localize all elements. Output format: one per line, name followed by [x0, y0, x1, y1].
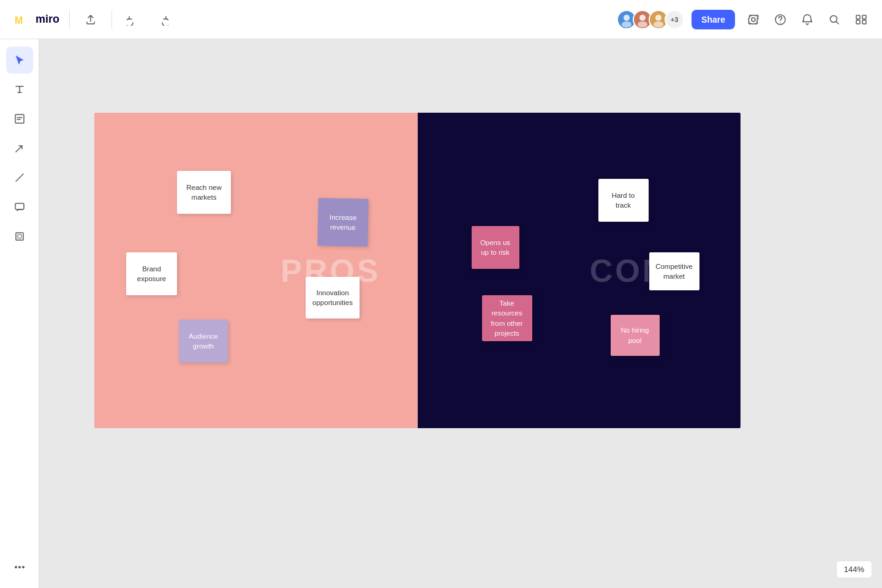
toolbar-divider	[69, 10, 70, 29]
svg-point-11	[780, 22, 781, 23]
svg-text:M: M	[15, 15, 23, 26]
sticky-take-resources[interactable]: Take resources from other projects	[482, 295, 532, 341]
tool-frame[interactable]	[6, 223, 33, 250]
canvas-area[interactable]: PROS Reach new markets Increase revenue …	[39, 39, 882, 588]
svg-point-9	[654, 21, 663, 28]
avatar-count: +3	[665, 10, 684, 29]
redo-button[interactable]	[151, 9, 173, 31]
svg-point-21	[15, 566, 17, 568]
text-tool-icon	[14, 84, 25, 95]
tool-text[interactable]	[6, 76, 33, 103]
left-sidebar	[0, 39, 39, 588]
sticky-reach-new-markets[interactable]: Reach new markets	[177, 171, 231, 214]
sticky-hard-to-track[interactable]: Hard to track	[598, 179, 649, 222]
toolbar-right: +3 Share	[617, 9, 872, 31]
svg-rect-18	[15, 203, 24, 209]
zoom-indicator: 144%	[836, 560, 872, 578]
share-button[interactable]: Share	[692, 10, 735, 29]
cons-section: CONS Hard to track Opens us up to risk C…	[418, 113, 741, 428]
settings-icon	[747, 13, 760, 26]
svg-rect-16	[862, 20, 866, 24]
miro-logo-text: miro	[36, 13, 59, 26]
bell-icon	[801, 13, 813, 26]
miro-icon: M	[13, 13, 27, 26]
undo-button[interactable]	[122, 9, 144, 31]
settings-button[interactable]	[742, 9, 764, 31]
tool-arrow[interactable]	[6, 135, 33, 162]
svg-rect-17	[15, 115, 24, 123]
comment-tool-icon	[14, 202, 25, 213]
search-icon	[828, 13, 840, 26]
tool-select[interactable]	[6, 47, 33, 74]
tool-sticky[interactable]	[6, 105, 33, 132]
sticky-brand-exposure[interactable]: Brand exposure	[126, 252, 177, 295]
board-menu-icon	[855, 13, 867, 26]
more-tools-icon	[14, 565, 25, 569]
pros-cons-board[interactable]: PROS Reach new markets Increase revenue …	[94, 113, 741, 428]
svg-point-8	[655, 15, 662, 21]
sticky-opens-us-up-to-risk[interactable]: Opens us up to risk	[472, 226, 519, 269]
svg-point-2	[624, 15, 630, 21]
pros-section: PROS Reach new markets Increase revenue …	[94, 113, 418, 428]
miro-logo[interactable]: M miro	[10, 9, 59, 30]
svg-rect-14	[862, 15, 866, 19]
svg-point-23	[22, 566, 24, 568]
svg-rect-20	[18, 235, 21, 238]
top-toolbar: M miro	[0, 0, 882, 39]
svg-point-6	[638, 21, 647, 28]
collaborators-avatars: +3	[617, 10, 684, 29]
svg-point-3	[622, 21, 631, 28]
svg-point-22	[18, 566, 21, 568]
board-menu-button[interactable]	[850, 9, 872, 31]
line-tool-icon	[14, 172, 25, 183]
tool-line[interactable]	[6, 164, 33, 191]
redo-icon	[156, 13, 168, 26]
svg-rect-15	[856, 20, 860, 24]
sticky-note-icon	[14, 113, 25, 124]
arrow-tool-icon	[14, 143, 25, 154]
sticky-increase-revenue[interactable]: Increase revenue	[317, 198, 368, 246]
upload-icon	[85, 13, 97, 26]
upload-button[interactable]	[80, 9, 102, 31]
sticky-audience-growth[interactable]: Audience growth	[179, 320, 228, 363]
svg-rect-13	[856, 15, 860, 19]
undo-icon	[127, 13, 139, 26]
svg-point-12	[831, 15, 837, 22]
sticky-competitive-market[interactable]: Competitive market	[649, 252, 699, 290]
toolbar-left: M miro	[10, 9, 173, 31]
help-icon	[774, 13, 786, 26]
svg-point-5	[639, 15, 646, 21]
sticky-no-hiring-pool[interactable]: No hiring pool	[611, 315, 660, 356]
svg-rect-19	[16, 233, 23, 240]
help-button[interactable]	[769, 9, 791, 31]
frame-tool-icon	[14, 231, 25, 242]
notifications-button[interactable]	[796, 9, 818, 31]
tool-comment[interactable]	[6, 194, 33, 221]
select-cursor-icon	[14, 55, 25, 66]
search-button[interactable]	[823, 9, 845, 31]
sticky-innovation-opportunities[interactable]: Innovation opportunities	[306, 277, 360, 318]
tool-more[interactable]	[6, 554, 33, 581]
miro-logo-mark: M	[10, 9, 31, 30]
toolbar-divider-2	[111, 10, 112, 29]
